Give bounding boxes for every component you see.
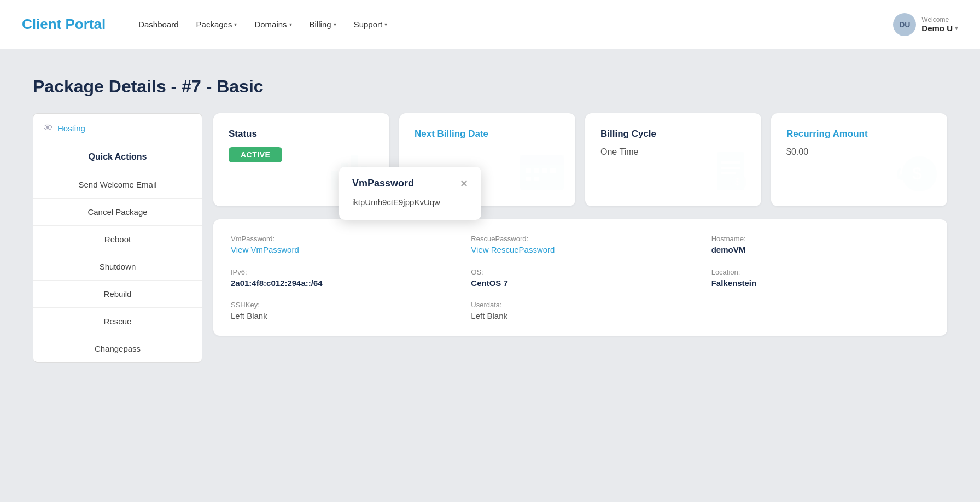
vmpassword-popup: VmPassword ✕ iktpUmh9ctE9jppKvUqw xyxy=(339,167,481,220)
svg-rect-8 xyxy=(534,168,539,173)
sidebar-action-cancel-package[interactable]: Cancel Package xyxy=(33,199,202,226)
svg-rect-7 xyxy=(526,168,531,173)
detail-vmpassword-label: VmPassword: xyxy=(231,235,449,243)
sidebar-quick-actions: Quick Actions Send Welcome Email Cancel … xyxy=(33,143,202,363)
sidebar-action-send-welcome-email[interactable]: Send Welcome Email xyxy=(33,171,202,199)
chevron-down-icon: ▾ xyxy=(334,21,336,27)
detail-location-label: Location: xyxy=(711,268,930,276)
close-icon[interactable]: ✕ xyxy=(460,179,468,189)
status-card-title: Status xyxy=(229,129,374,139)
detail-ipv6-label: IPv6: xyxy=(231,268,449,276)
sidebar-hosting-link[interactable]: 👁 Hosting xyxy=(33,113,202,143)
sidebar-action-rescue[interactable]: Rescue xyxy=(33,308,202,335)
detail-userdata-value: Left Blank xyxy=(471,311,689,320)
quick-actions-title: Quick Actions xyxy=(33,143,202,171)
recurring-amount-card: Recurring Amount $0.00 $ xyxy=(771,113,947,206)
detail-vmpassword: VmPassword: View VmPassword xyxy=(231,235,449,255)
recurring-amount-title: Recurring Amount xyxy=(786,129,932,139)
popup-title: VmPassword xyxy=(352,178,414,189)
sidebar-action-reboot[interactable]: Reboot xyxy=(33,226,202,253)
detail-os-label: OS: xyxy=(471,268,689,276)
brand-logo[interactable]: Client Portal xyxy=(22,16,106,33)
nav-item-domains[interactable]: Domains ▾ xyxy=(254,20,291,29)
chevron-down-icon: ▾ xyxy=(384,21,387,27)
nav-item-packages[interactable]: Packages ▾ xyxy=(196,20,237,29)
chevron-down-icon: ▾ xyxy=(955,25,958,32)
detail-ipv6-value: 2a01:4f8:c012:294a::/64 xyxy=(231,278,449,288)
detail-rescuepassword-label: RescuePassword: xyxy=(471,235,689,243)
next-billing-title: Next Billing Date xyxy=(415,129,560,139)
details-grid: VmPassword: View VmPassword RescuePasswo… xyxy=(231,235,930,320)
svg-text:$: $ xyxy=(912,164,922,183)
nav-menu: Dashboard Packages ▾ Domains ▾ Billing ▾… xyxy=(138,20,871,29)
calendar-bg-icon xyxy=(517,149,567,201)
nav-link-packages[interactable]: Packages ▾ xyxy=(196,20,237,29)
detail-userdata: Userdata: Left Blank xyxy=(471,301,689,320)
page-content: Package Details - #7 - Basic 👁 Hosting Q… xyxy=(0,49,980,390)
eye-icon: 👁 xyxy=(43,122,53,134)
detail-location-value: Falkenstein xyxy=(711,278,930,288)
detail-hostname-label: Hostname: xyxy=(711,235,930,243)
svg-text:$: $ xyxy=(735,177,740,186)
cards-row: Status ACTIVE Next Billing Da xyxy=(213,113,947,206)
main-content: Status ACTIVE Next Billing Da xyxy=(213,113,947,363)
navbar: Client Portal Dashboard Packages ▾ Domai… xyxy=(0,0,980,49)
status-badge: ACTIVE xyxy=(229,147,282,162)
billing-cycle-card: Billing Cycle One Time $ xyxy=(585,113,761,206)
view-vmpassword-link[interactable]: View VmPassword xyxy=(231,245,299,254)
detail-os: OS: CentOS 7 xyxy=(471,268,689,288)
detail-sshkey-value: Left Blank xyxy=(231,311,449,320)
user-menu[interactable]: DU Welcome Demo U ▾ xyxy=(893,13,958,36)
view-rescuepassword-link[interactable]: View RescuePassword xyxy=(471,245,555,254)
svg-rect-15 xyxy=(721,167,740,169)
svg-rect-12 xyxy=(534,177,539,181)
detail-hostname-value: demoVM xyxy=(711,245,930,254)
svg-rect-16 xyxy=(721,172,736,174)
sidebar-action-rebuild[interactable]: Rebuild xyxy=(33,281,202,308)
document-bg-icon: $ xyxy=(709,149,752,201)
svg-rect-10 xyxy=(550,168,556,173)
page-title: Package Details - #7 - Basic xyxy=(33,77,947,97)
detail-location: Location: Falkenstein xyxy=(711,268,930,288)
username: Demo U ▾ xyxy=(921,24,958,33)
detail-ipv6: IPv6: 2a01:4f8:c012:294a::/64 xyxy=(231,268,449,288)
popup-content: iktpUmh9ctE9jppKvUqw xyxy=(352,196,468,209)
user-info: Welcome Demo U ▾ xyxy=(921,16,958,33)
chevron-down-icon: ▾ xyxy=(289,21,292,27)
avatar: DU xyxy=(893,13,916,36)
svg-rect-9 xyxy=(542,168,547,173)
nav-item-dashboard[interactable]: Dashboard xyxy=(138,20,178,29)
details-section: VmPassword: View VmPassword RescuePasswo… xyxy=(213,219,947,336)
sidebar-action-shutdown[interactable]: Shutdown xyxy=(33,253,202,281)
detail-sshkey-label: SSHKey: xyxy=(231,301,449,309)
svg-rect-6 xyxy=(520,155,564,165)
nav-link-support[interactable]: Support ▾ xyxy=(354,20,388,29)
nav-link-dashboard[interactable]: Dashboard xyxy=(138,20,178,29)
detail-os-value: CentOS 7 xyxy=(471,278,689,288)
welcome-text: Welcome xyxy=(921,16,958,24)
nav-link-billing[interactable]: Billing ▾ xyxy=(310,20,336,29)
billing-cycle-title: Billing Cycle xyxy=(600,129,746,139)
nav-item-support[interactable]: Support ▾ xyxy=(354,20,388,29)
chevron-down-icon: ▾ xyxy=(234,21,237,27)
popup-header: VmPassword ✕ xyxy=(352,178,468,189)
detail-userdata-label: Userdata: xyxy=(471,301,689,309)
detail-sshkey: SSHKey: Left Blank xyxy=(231,301,449,320)
svg-rect-14 xyxy=(721,161,740,164)
nav-item-billing[interactable]: Billing ▾ xyxy=(310,20,336,29)
detail-rescuepassword: RescuePassword: View RescuePassword xyxy=(471,235,689,255)
main-layout: 👁 Hosting Quick Actions Send Welcome Ema… xyxy=(33,113,947,363)
detail-hostname: Hostname: demoVM xyxy=(711,235,930,255)
sidebar: 👁 Hosting Quick Actions Send Welcome Ema… xyxy=(33,113,202,363)
svg-rect-11 xyxy=(526,177,531,181)
svg-rect-0 xyxy=(331,171,338,190)
money-bg-icon: $ xyxy=(889,149,938,201)
sidebar-action-changepass[interactable]: Changepass xyxy=(33,335,202,362)
nav-link-domains[interactable]: Domains ▾ xyxy=(254,20,291,29)
